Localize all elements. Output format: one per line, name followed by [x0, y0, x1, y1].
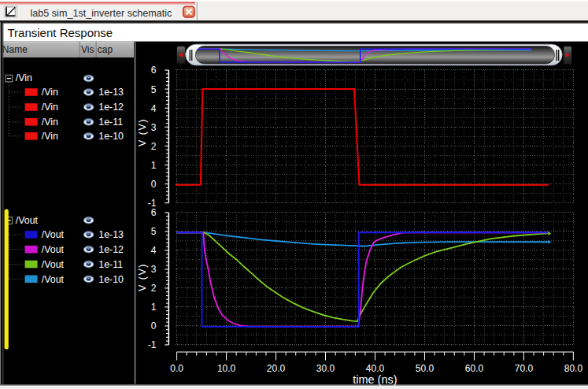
svg-text:-1: -1: [148, 339, 157, 350]
svg-text:/Vin: /Vin: [42, 131, 58, 142]
svg-text:V (V): V (V): [137, 263, 148, 291]
svg-text:1e-10: 1e-10: [98, 131, 124, 142]
svg-text:1: 1: [151, 302, 157, 313]
svg-text:/Vout: /Vout: [42, 259, 65, 270]
svg-text:6: 6: [151, 65, 157, 76]
svg-text:3: 3: [151, 122, 157, 133]
svg-text:1e-11: 1e-11: [98, 117, 123, 128]
svg-text:/Vout: /Vout: [42, 229, 65, 240]
svg-text:time (ns): time (ns): [353, 373, 397, 386]
svg-text:1e-11: 1e-11: [98, 259, 123, 270]
svg-text:80.0: 80.0: [564, 363, 583, 374]
svg-text:20.0: 20.0: [267, 363, 286, 374]
svg-text:1e-13: 1e-13: [98, 229, 124, 240]
svg-text:2: 2: [151, 141, 157, 152]
svg-text:0: 0: [151, 320, 157, 332]
svg-text:/Vin: /Vin: [42, 87, 58, 98]
svg-text:0.0: 0.0: [170, 363, 183, 374]
svg-text:10.0: 10.0: [217, 363, 236, 374]
svg-text:6: 6: [151, 207, 157, 218]
svg-text:V (V): V (V): [137, 118, 148, 146]
svg-text:1e-13: 1e-13: [98, 87, 124, 98]
svg-text:Vis: Vis: [81, 44, 94, 55]
svg-text:cap: cap: [98, 44, 113, 55]
svg-text:2: 2: [151, 283, 157, 294]
svg-text:1: 1: [151, 160, 157, 171]
svg-text:70.0: 70.0: [515, 363, 534, 374]
svg-text:1e-10: 1e-10: [98, 274, 124, 285]
svg-text:/Vin: /Vin: [42, 117, 58, 128]
svg-text:5: 5: [151, 226, 157, 237]
svg-text:3: 3: [151, 264, 157, 275]
svg-text:/Vout: /Vout: [16, 215, 39, 226]
svg-text:/Vin: /Vin: [42, 102, 58, 113]
svg-text:0: 0: [151, 179, 157, 190]
svg-text:30.0: 30.0: [316, 363, 335, 374]
svg-text:4: 4: [151, 103, 157, 114]
svg-text:lab5 sim_1st_inverter schemati: lab5 sim_1st_inverter schematic: [31, 8, 172, 19]
svg-text:Name: Name: [2, 44, 28, 55]
svg-text:/Vout: /Vout: [42, 244, 65, 255]
svg-text:/Vout: /Vout: [42, 274, 65, 285]
svg-text:5: 5: [151, 84, 157, 95]
svg-text:60.0: 60.0: [465, 363, 484, 374]
svg-text:1e-12: 1e-12: [98, 244, 124, 255]
svg-text:/Vin: /Vin: [16, 72, 32, 83]
svg-text:Transient Response: Transient Response: [8, 26, 113, 39]
svg-text:50.0: 50.0: [416, 363, 435, 374]
svg-text:4: 4: [151, 245, 157, 256]
svg-text:1e-12: 1e-12: [98, 102, 124, 113]
